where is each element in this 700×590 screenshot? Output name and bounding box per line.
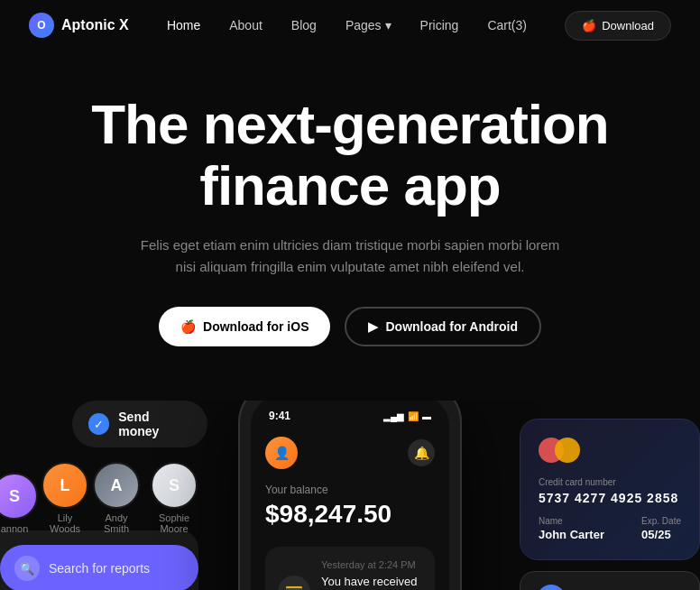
send-money-pill[interactable]: ✓ Send money bbox=[72, 401, 207, 447]
nav-links: Home About Blog Pages ▾ Pricing Cart(3) bbox=[167, 18, 527, 32]
hero-section: The next-generation finance app Felis eg… bbox=[0, 51, 700, 401]
transaction-date: Yesterday at 2:24 PM bbox=[321, 559, 422, 570]
overview-widget[interactable]: → Overview bbox=[520, 571, 700, 590]
play-icon: ▶ bbox=[368, 319, 378, 334]
avatar-name: annon bbox=[1, 523, 29, 534]
avatar-name: Andy Smith bbox=[92, 512, 141, 534]
left-widget: ✓ Send money S annon L Lily Woods A Andy… bbox=[0, 401, 207, 590]
nav-blog[interactable]: Blog bbox=[291, 18, 317, 32]
logo-text: Aptonic X bbox=[61, 17, 129, 33]
avatar: A bbox=[93, 462, 140, 509]
avatar-name: Lily Woods bbox=[41, 512, 88, 534]
nav-pages[interactable]: Pages ▾ bbox=[345, 18, 391, 32]
card-number: 5737 4277 4925 2858 bbox=[539, 491, 681, 505]
wifi-icon: 📶 bbox=[408, 411, 419, 421]
card-details-row: Name John Carter Exp. Date 05/25 bbox=[539, 516, 681, 541]
apple-icon: 🍎 bbox=[582, 19, 596, 32]
signal-icon: ▂▄▆ bbox=[383, 411, 404, 421]
phone-mockup: 9:41 ▂▄▆ 📶 ▬ 👤 🔔 Your balance $98,247.50… bbox=[238, 401, 462, 590]
search-bar[interactable]: 🔍 Search for reports bbox=[0, 545, 198, 590]
transaction-details: Yesterday at 2:24 PM You have received $… bbox=[321, 559, 422, 590]
ios-download-button[interactable]: 🍎 Download for iOS bbox=[159, 307, 330, 346]
battery-icon: ▬ bbox=[422, 411, 431, 421]
search-placeholder: Search for reports bbox=[49, 561, 150, 576]
transaction-card: 💳 Yesterday at 2:24 PM You have received… bbox=[265, 547, 435, 590]
avatar-name: Sophie Moore bbox=[144, 512, 204, 534]
transaction-text: You have received $16,500 from Sophie Mo… bbox=[321, 574, 422, 590]
search-icon: 🔍 bbox=[14, 556, 40, 581]
transaction-icon: 💳 bbox=[278, 576, 310, 590]
hero-buttons: 🍎 Download for iOS ▶ Download for Androi… bbox=[36, 307, 664, 346]
balance-label: Your balance bbox=[265, 484, 435, 496]
card-exp-label: Exp. Date bbox=[641, 516, 681, 526]
card-exp-value: 05/25 bbox=[641, 528, 681, 541]
nav-pricing[interactable]: Pricing bbox=[420, 18, 459, 32]
credit-card-widget: Credit card number 5737 4277 4925 2858 N… bbox=[520, 419, 700, 560]
phone-screen: 9:41 ▂▄▆ 📶 ▬ 👤 🔔 Your balance $98,247.50… bbox=[251, 401, 449, 590]
mastercard-circle-right bbox=[555, 438, 580, 463]
overview-arrow-icon: → bbox=[537, 585, 566, 590]
check-icon: ✓ bbox=[88, 413, 109, 435]
nav-about[interactable]: About bbox=[229, 18, 262, 32]
card-exp-section: Exp. Date 05/25 bbox=[641, 516, 681, 541]
hero-subtitle: Felis eget etiam enim ultricies diam tri… bbox=[134, 235, 566, 278]
status-bar: 9:41 ▂▄▆ 📶 ▬ bbox=[265, 410, 435, 422]
download-button[interactable]: 🍎 Download bbox=[565, 11, 671, 41]
logo[interactable]: O Aptonic X bbox=[29, 13, 129, 38]
user-avatar: 👤 bbox=[265, 437, 298, 469]
avatars-row: S annon L Lily Woods A Andy Smith S Soph… bbox=[0, 462, 207, 534]
phone-status-icons: ▂▄▆ 📶 ▬ bbox=[383, 411, 431, 421]
avatar: S bbox=[151, 462, 198, 509]
phone-header: 👤 🔔 bbox=[265, 437, 435, 469]
chevron-down-icon: ▾ bbox=[385, 18, 391, 32]
card-number-label: Credit card number bbox=[539, 477, 681, 487]
avatar: L bbox=[41, 462, 88, 509]
list-item[interactable]: A Andy Smith bbox=[92, 462, 141, 534]
send-money-label: Send money bbox=[118, 410, 191, 438]
bottom-section: ✓ Send money S annon L Lily Woods A Andy… bbox=[0, 401, 700, 590]
android-download-button[interactable]: ▶ Download for Android bbox=[345, 307, 540, 346]
nav-cart[interactable]: Cart(3) bbox=[487, 18, 527, 32]
mastercard-logo bbox=[539, 438, 681, 463]
nav-home[interactable]: Home bbox=[167, 18, 200, 32]
balance-amount: $98,247.50 bbox=[265, 500, 435, 529]
notification-bell[interactable]: 🔔 bbox=[408, 439, 435, 466]
hero-title: The next-generation finance app bbox=[36, 94, 664, 217]
list-item[interactable]: S Sophie Moore bbox=[144, 462, 204, 534]
list-item[interactable]: S annon bbox=[0, 473, 38, 534]
navbar: O Aptonic X Home About Blog Pages ▾ Pric… bbox=[0, 0, 700, 51]
avatar: S bbox=[0, 473, 38, 520]
card-name-value: John Carter bbox=[539, 528, 604, 541]
right-widget: Credit card number 5737 4277 4925 2858 N… bbox=[520, 419, 700, 590]
phone-shell: 9:41 ▂▄▆ 📶 ▬ 👤 🔔 Your balance $98,247.50… bbox=[238, 401, 462, 590]
logo-icon: O bbox=[29, 13, 54, 38]
apple-icon: 🍎 bbox=[180, 319, 196, 334]
card-name-label: Name bbox=[539, 516, 604, 526]
list-item[interactable]: L Lily Woods bbox=[41, 462, 88, 534]
card-name-section: Name John Carter bbox=[539, 516, 604, 541]
phone-time: 9:41 bbox=[269, 410, 290, 422]
